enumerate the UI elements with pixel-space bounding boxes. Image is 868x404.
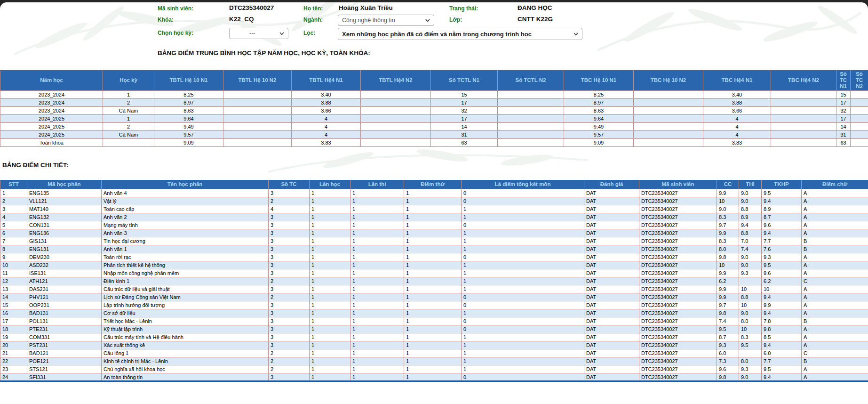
table-cell: 10 <box>0 261 27 269</box>
table-cell: Toàn khóa <box>0 138 103 146</box>
table-cell: 23 <box>0 365 27 373</box>
table-cell: 1 <box>350 341 404 349</box>
table-cell: ENG131 <box>27 245 102 253</box>
column-header: Năm học <box>0 71 103 91</box>
table-cell: 1 <box>404 357 462 365</box>
table-row: 12ATH121Điền kinh 121111DATDTC2353400276… <box>0 277 868 285</box>
table-cell <box>851 98 868 106</box>
table-cell: Điền kinh 1 <box>102 277 269 285</box>
table-cell: 0 <box>462 221 584 229</box>
table-cell: 4 <box>292 114 361 122</box>
table-cell: 9.3 <box>762 253 802 261</box>
column-header: Số TCTL N2 <box>498 71 564 91</box>
table-cell: DTC235340027 <box>639 245 717 253</box>
chevron-down-icon <box>573 32 578 36</box>
table-cell: 9.0 <box>739 373 762 381</box>
table-cell: 1 <box>462 261 584 269</box>
table-cell <box>498 138 564 146</box>
table-cell: A <box>802 293 868 301</box>
table-cell: 9.3 <box>739 365 762 373</box>
table-cell: 8.0 <box>739 357 762 365</box>
table-cell: 9.9 <box>717 285 739 293</box>
table-cell: 1 <box>310 277 350 285</box>
table-cell: Nhập môn công nghệ phần mềm <box>102 269 269 277</box>
table-row: 2VLL121Vật lý21110DATDTC235340027109.09.… <box>0 197 868 205</box>
table-cell: DAT <box>584 333 639 341</box>
class-value: CNTT K22G <box>518 16 553 23</box>
table-cell: 7.4 <box>739 245 762 253</box>
table-cell: 1 <box>404 245 462 253</box>
table-cell: 9.9 <box>717 293 739 301</box>
table-cell: 1 <box>103 114 154 122</box>
table-cell: 16 <box>0 309 27 317</box>
table-cell: DAT <box>584 245 639 253</box>
semester-select[interactable]: --- <box>229 28 288 39</box>
chevron-down-icon <box>425 19 430 22</box>
table-cell: 18 <box>0 325 27 333</box>
table-cell: 1 <box>462 341 584 349</box>
table-cell: Mạng máy tính <box>102 221 269 229</box>
table-row: 9DEM230Toán rời rạc31110DATDTC2353400279… <box>0 253 868 261</box>
table-cell: 1 <box>310 357 350 365</box>
table-cell: 1 <box>310 333 350 341</box>
column-header: Học kỳ <box>103 71 154 91</box>
major-select[interactable]: Công nghệ thông tin <box>338 15 434 26</box>
table-cell: C <box>802 277 868 285</box>
table-cell: 1 <box>350 205 404 213</box>
table-cell: DTC235340027 <box>639 317 717 325</box>
table-cell <box>361 90 431 98</box>
table-cell: 9.3 <box>739 269 762 277</box>
table-row: 20PST231Xác suất thống kê31111DATDTC2353… <box>0 341 868 349</box>
table-cell: 2023_2024 <box>0 98 103 106</box>
table-cell: 1 <box>350 333 404 341</box>
table-row: 2023_202418.253.40158.253.4015 <box>0 90 868 98</box>
table-cell <box>771 106 836 114</box>
table-cell: 6.0 <box>762 349 802 357</box>
filter-select[interactable]: Xem những học phần đã có điểm và nằm tro… <box>338 28 582 40</box>
table-cell: 9.8 <box>717 373 739 381</box>
major-select-value: Công nghệ thông tin <box>342 17 395 24</box>
table-cell: DTC235340027 <box>639 373 717 381</box>
table-cell: 9.64 <box>564 114 634 122</box>
table-cell: 3.40 <box>292 90 361 98</box>
bamboo-watermark-icon <box>593 2 866 60</box>
cohort-label: Khóa: <box>158 16 174 23</box>
table-cell: 2 <box>103 122 154 130</box>
table-cell: Anh văn 1 <box>102 245 269 253</box>
table-cell: 9.49 <box>564 122 634 130</box>
table-cell: 9.5 <box>762 365 802 373</box>
summary-header-row: Năm họcHọc kỳTBTL Hệ 10 N1TBTL Hệ 10 N2T… <box>0 71 868 91</box>
detail-table: STTMã học phầnTên học phầnSố TCLần họcLầ… <box>0 180 868 382</box>
table-cell: 1 <box>310 253 350 261</box>
table-cell: 8.8 <box>739 229 762 237</box>
column-header: TBTL Hệ 10 N1 <box>154 71 223 91</box>
column-header: TKHP <box>762 180 802 189</box>
table-cell: 9.0 <box>717 205 739 213</box>
table-cell: 3.66 <box>703 106 771 114</box>
table-cell: 1 <box>350 221 404 229</box>
table-cell: 3 <box>269 269 310 277</box>
table-cell: 1 <box>462 237 584 245</box>
table-cell: 1 <box>404 293 462 301</box>
table-cell: 24 <box>0 373 27 381</box>
table-cell: 1 <box>310 213 350 221</box>
table-cell: 8.63 <box>154 106 223 114</box>
table-cell: 10 <box>739 285 762 293</box>
column-header: TBC Hệ4 N1 <box>703 71 771 91</box>
table-cell: 1 <box>350 317 404 325</box>
table-cell: DTC235340027 <box>639 365 717 373</box>
table-cell: Tin học đại cương <box>102 237 269 245</box>
table-cell: 1 <box>350 261 404 269</box>
table-cell: A <box>802 189 868 197</box>
table-cell: 2 <box>269 293 310 301</box>
table-cell: DAT <box>584 373 639 381</box>
column-header: TBC Hệ 10 N2 <box>634 71 703 91</box>
table-cell: 1 <box>310 229 350 237</box>
table-cell: 3 <box>269 237 310 245</box>
filter-label: Lọc: <box>303 30 315 36</box>
table-cell: 32 <box>431 106 498 114</box>
table-cell: 1 <box>350 373 404 381</box>
table-cell: 4 <box>703 114 771 122</box>
table-cell: DAT <box>584 229 639 237</box>
table-cell: 8.7 <box>717 333 739 341</box>
